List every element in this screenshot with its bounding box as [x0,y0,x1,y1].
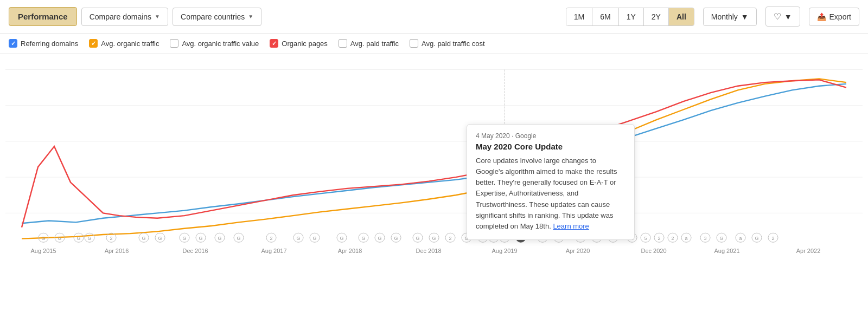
svg-text:Dec 2018: Dec 2018 [416,248,441,254]
svg-text:2: 2 [671,236,674,241]
time-1y-button[interactable]: 1Y [619,8,644,25]
svg-text:Dec 2020: Dec 2020 [641,248,666,254]
chat-button[interactable]: ♡ ▼ [765,6,800,27]
legend-bar: ✓ Referring domains ✓ Avg. organic traff… [0,34,868,54]
svg-text:G: G [720,236,724,241]
svg-text:G: G [142,236,146,241]
compare-countries-label: Compare countries [181,12,245,21]
svg-text:Aug 2015: Aug 2015 [30,248,56,254]
legend-referring-domains-label: Referring domains [21,40,78,48]
svg-text:Apr 2020: Apr 2020 [566,248,590,254]
svg-text:G: G [42,236,46,241]
export-button[interactable]: 📤 Export [809,8,859,26]
svg-text:Dec 2016: Dec 2016 [182,248,208,254]
legend-avg-organic-traffic-value-label: Avg. organic traffic value [182,40,259,48]
svg-text:G: G [77,236,81,241]
svg-text:G: G [362,236,366,241]
svg-text:a: a [685,236,687,241]
top-bar: Performance Compare domains ▼ Compare co… [0,0,868,34]
legend-avg-organic-traffic-value[interactable]: Avg. organic traffic value [170,39,259,48]
svg-text:2: 2 [658,236,660,241]
compare-countries-arrow-icon: ▼ [248,14,253,20]
time-range-group: 1M 6M 1Y 2Y All [566,8,694,26]
legend-referring-domains[interactable]: ✓ Referring domains [9,39,78,48]
tooltip-body-text: Core updates involve large changes to Go… [476,157,617,230]
svg-text:a: a [739,236,742,241]
chart-area: G G G G 2 G G G G G G 2 G [0,54,868,287]
svg-text:G: G [755,236,759,241]
performance-button[interactable]: Performance [9,7,77,26]
legend-avg-paid-traffic-label: Avg. paid traffic [350,40,399,48]
compare-countries-button[interactable]: Compare countries ▼ [173,8,261,26]
svg-text:2: 2 [110,236,112,241]
chat-icon: ♡ [774,11,781,22]
referring-domains-line [22,84,846,223]
svg-text:Apr 2022: Apr 2022 [796,248,821,254]
monthly-arrow-icon: ▼ [741,12,749,21]
checkbox-organic-pages[interactable]: ✓ [270,39,278,48]
event-markers: G G G G 2 G G G G G G 2 G [39,233,778,242]
legend-avg-paid-traffic[interactable]: Avg. paid traffic [339,39,399,48]
svg-text:2: 2 [270,236,272,241]
svg-text:G: G [340,236,344,241]
tooltip-date: 4 May 2020 · Google [476,132,626,140]
compare-domains-button[interactable]: Compare domains ▼ [81,8,168,26]
checkbox-avg-paid-traffic-cost[interactable] [410,39,418,48]
monthly-button[interactable]: Monthly ▼ [703,8,757,26]
svg-text:G: G [183,236,187,241]
tooltip-body: Core updates involve large changes to Go… [476,155,626,232]
learn-more-link[interactable]: Learn more [553,222,589,230]
svg-text:Apr 2016: Apr 2016 [105,248,129,254]
checkmark-icon: ✓ [11,40,16,47]
checkmark-icon: ✓ [272,40,277,47]
legend-organic-pages-label: Organic pages [282,40,328,48]
chart-svg: G G G G 2 G G G G G G 2 G [5,64,863,254]
tooltip-box: 4 May 2020 · Google May 2020 Core Update… [467,124,635,240]
legend-avg-paid-traffic-cost-label: Avg. paid traffic cost [422,40,485,48]
svg-text:G: G [58,236,62,241]
svg-text:G: G [199,236,203,241]
time-2y-button[interactable]: 2Y [644,8,669,25]
svg-text:G: G [313,236,317,241]
svg-text:2: 2 [771,236,774,241]
svg-text:G: G [88,236,92,241]
svg-text:G: G [394,236,398,241]
checkmark-icon: ✓ [91,40,96,47]
time-all-button[interactable]: All [669,8,694,25]
svg-text:G: G [378,236,382,241]
checkbox-avg-organic-traffic-value[interactable] [170,39,178,48]
legend-avg-paid-traffic-cost[interactable]: Avg. paid traffic cost [410,39,485,48]
monthly-label: Monthly [711,12,738,21]
svg-text:G: G [297,236,301,241]
time-1m-button[interactable]: 1M [566,8,592,25]
svg-text:G: G [237,236,241,241]
time-6m-button[interactable]: 6M [592,8,618,25]
svg-text:G: G [218,236,222,241]
svg-text:Apr 2018: Apr 2018 [338,248,362,254]
svg-text:2: 2 [449,236,451,241]
svg-text:G: G [158,236,162,241]
checkbox-avg-paid-traffic[interactable] [339,39,347,48]
tooltip-title: May 2020 Core Update [476,142,626,151]
compare-domains-arrow-icon: ▼ [155,14,160,20]
svg-text:Aug 2019: Aug 2019 [492,248,517,254]
legend-organic-pages[interactable]: ✓ Organic pages [270,39,328,48]
chat-arrow-icon: ▼ [784,12,792,21]
compare-domains-label: Compare domains [90,12,151,21]
organic-pages-line [22,80,846,227]
svg-text:3: 3 [704,236,706,241]
svg-text:Aug 2017: Aug 2017 [261,248,286,254]
checkbox-avg-organic-traffic[interactable]: ✓ [89,39,98,48]
export-icon: 📤 [817,12,826,21]
checkbox-referring-domains[interactable]: ✓ [9,39,17,48]
export-label: Export [829,12,851,21]
legend-avg-organic-traffic[interactable]: ✓ Avg. organic traffic [89,39,159,48]
svg-text:5: 5 [644,236,647,241]
svg-text:G: G [416,236,420,241]
svg-text:G: G [432,236,436,241]
svg-text:Aug 2021: Aug 2021 [714,248,739,254]
legend-avg-organic-traffic-label: Avg. organic traffic [101,40,159,48]
